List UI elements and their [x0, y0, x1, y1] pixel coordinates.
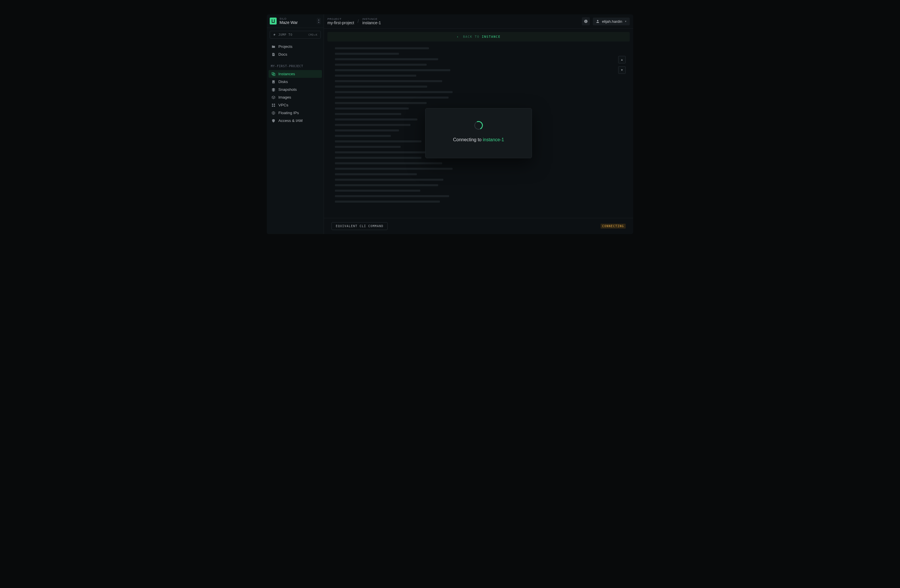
user-menu-button[interactable]: elijah.hardin ▼ — [593, 18, 630, 25]
console-area: ▲ ▼ Connecting to instance-1 — [327, 42, 630, 214]
cube-icon — [272, 95, 275, 99]
connecting-instance: instance-1 — [483, 137, 504, 142]
footer-bar: EQUIVALENT CLI COMMAND CONNECTING — [324, 218, 633, 234]
skeleton-line — [335, 190, 420, 192]
svg-point-4 — [273, 82, 274, 83]
grid-icon — [272, 103, 275, 107]
breadcrumb-label: PROJECT — [327, 18, 354, 20]
sidebar-item-label: Access & IAM — [278, 118, 303, 123]
info-button[interactable] — [582, 17, 590, 25]
user-name: elijah.hardin — [602, 19, 622, 24]
sidebar-item-label: Floating IPs — [278, 111, 299, 115]
skeleton-line — [335, 64, 427, 66]
svg-rect-1 — [273, 54, 274, 55]
sidebar-item-floating-ips[interactable]: Floating IPs — [268, 109, 322, 117]
back-prefix: BACK TO — [463, 35, 482, 39]
skeleton-line — [335, 195, 449, 197]
sidebar-item-label: Snapshots — [278, 87, 297, 92]
sidebar-item-projects[interactable]: Projects — [268, 43, 322, 50]
layers-icon — [272, 88, 275, 92]
skeleton-line — [335, 140, 421, 142]
status-badge: CONNECTING — [601, 224, 626, 229]
sidebar-item-label: VPCs — [278, 103, 289, 107]
skeleton-line — [335, 151, 440, 153]
chevron-left-icon: ‹ — [457, 35, 459, 39]
globe-icon — [272, 111, 275, 115]
sidebar-item-label: Images — [278, 95, 291, 99]
jump-to-label: JUMP TO — [278, 33, 293, 36]
sidebar-item-docs[interactable]: Docs — [268, 50, 322, 58]
skeleton-line — [335, 179, 443, 181]
updown-caret-icon[interactable]: ▲▼ — [317, 18, 321, 24]
skeleton-line — [335, 102, 427, 104]
project-heading: MY-FIRST-PROJECT — [267, 58, 324, 70]
bolt-icon — [273, 33, 276, 36]
main: PROJECT my-first-project / INSTANCE inst… — [324, 14, 633, 234]
app-body: SILO Maze War ▲▼ JUMP TO CMD+K Projects — [267, 14, 633, 234]
silo-selector[interactable]: SILO Maze War ▲▼ — [267, 14, 324, 28]
disk-icon — [272, 80, 275, 84]
breadcrumb-instance[interactable]: INSTANCE instance-1 — [362, 18, 381, 25]
nav-top: Projects Docs — [267, 43, 324, 58]
sidebar-item-label: Docs — [278, 52, 287, 56]
connecting-text: Connecting to instance-1 — [453, 137, 504, 142]
sidebar-item-snapshots[interactable]: Snapshots — [268, 86, 322, 93]
scroll-up-button[interactable]: ▲ — [618, 56, 626, 63]
sidebar-item-images[interactable]: Images — [268, 93, 322, 101]
shield-icon — [272, 119, 275, 123]
sidebar-item-instances[interactable]: Instances — [268, 70, 322, 78]
back-target: INSTANCE — [482, 35, 500, 39]
skeleton-line — [335, 157, 421, 159]
connecting-prefix: Connecting to — [453, 137, 483, 142]
breadcrumb-bar: PROJECT my-first-project / INSTANCE inst… — [324, 14, 633, 29]
equivalent-cli-button[interactable]: EQUIVALENT CLI COMMAND — [331, 222, 388, 230]
breadcrumb-label: INSTANCE — [362, 18, 381, 20]
breadcrumb-separator: / — [357, 19, 359, 24]
skeleton-line — [335, 53, 399, 55]
sidebar-item-vpcs[interactable]: VPCs — [268, 101, 322, 109]
jump-to-shortcut: CMD+K — [308, 33, 318, 36]
skeleton-line — [335, 97, 448, 99]
skeleton-line — [335, 135, 391, 137]
document-icon — [272, 53, 275, 56]
silo-name: Maze War — [279, 20, 317, 25]
back-to-instance-button[interactable]: ‹ BACK TO INSTANCE — [327, 32, 630, 42]
sidebar-item-label: Disks — [278, 80, 288, 84]
skeleton-line — [335, 91, 453, 93]
scroll-down-button[interactable]: ▼ — [618, 66, 626, 74]
skeleton-line — [335, 129, 399, 132]
app-frame: SILO Maze War ▲▼ JUMP TO CMD+K Projects — [267, 14, 633, 234]
connecting-modal: Connecting to instance-1 — [425, 108, 532, 158]
jump-to-button[interactable]: JUMP TO CMD+K — [270, 31, 321, 39]
sidebar-item-label: Instances — [278, 72, 295, 76]
breadcrumb-project[interactable]: PROJECT my-first-project — [327, 18, 354, 25]
skeleton-line — [335, 113, 401, 115]
skeleton-line — [335, 86, 427, 88]
skeleton-line — [335, 146, 401, 148]
breadcrumb-value: my-first-project — [327, 20, 354, 25]
sidebar-item-label: Projects — [278, 44, 293, 49]
sidebar-item-disks[interactable]: Disks — [268, 78, 322, 86]
skeleton-line — [335, 80, 442, 82]
instances-icon — [272, 72, 275, 76]
svg-rect-7 — [272, 105, 273, 107]
svg-point-13 — [597, 20, 599, 21]
user-icon — [596, 19, 600, 23]
spinner-icon — [473, 120, 484, 131]
svg-rect-6 — [274, 104, 275, 105]
chevron-down-icon: ▼ — [625, 20, 627, 23]
skeleton-line — [335, 173, 417, 175]
skeleton-line — [335, 168, 453, 170]
nav-project: Instances Disks Snapshots Images VPCs — [267, 70, 324, 125]
svg-rect-5 — [272, 104, 273, 105]
folder-icon — [272, 45, 275, 49]
skeleton-line — [335, 58, 438, 60]
logo-icon — [270, 18, 277, 25]
info-icon — [584, 19, 588, 23]
skeleton-line — [335, 184, 438, 186]
silo-label: SILO — [279, 17, 317, 20]
sidebar-item-access-iam[interactable]: Access & IAM — [268, 117, 322, 125]
status-text: CONNECTING — [602, 224, 624, 228]
sidebar: SILO Maze War ▲▼ JUMP TO CMD+K Projects — [267, 14, 324, 234]
svg-rect-8 — [274, 105, 275, 107]
